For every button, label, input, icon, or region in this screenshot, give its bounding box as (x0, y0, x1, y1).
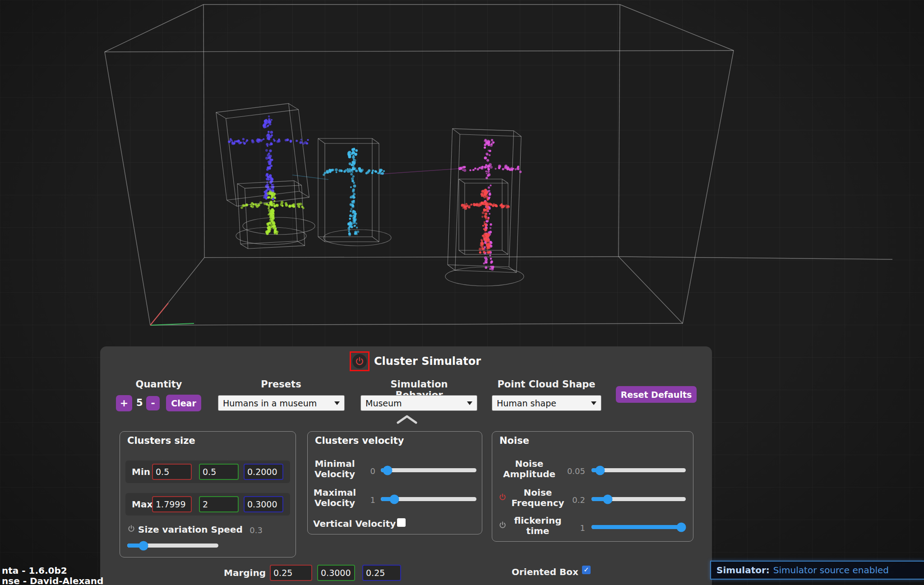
clusters-velocity-title: Clusters velocity (315, 435, 404, 446)
max-x-input[interactable] (152, 496, 192, 512)
size-variation-slider[interactable] (127, 544, 218, 548)
simulator-power-button[interactable] (352, 354, 367, 369)
noise-amplitude-label: Noise Amplitude (499, 459, 559, 479)
quantity-increase-button[interactable]: + (116, 395, 132, 411)
quantity-value: 5 (136, 397, 143, 408)
maximal-velocity-value: 1 (358, 495, 375, 505)
minimal-velocity-value: 0 (358, 466, 375, 476)
power-icon (127, 525, 135, 533)
panel-title: Cluster Simulator (374, 355, 481, 368)
flickering-time-power-button[interactable] (499, 521, 507, 529)
panel-header: Cluster Simulator (350, 351, 481, 371)
min-x-input[interactable] (152, 464, 192, 480)
behavior-select[interactable]: Museum (360, 395, 477, 411)
min-label: Min (132, 461, 150, 483)
maximal-velocity-label: Maximal Velocity (311, 488, 358, 508)
figure-blue (216, 102, 315, 235)
noise-frequency-slider[interactable] (591, 497, 686, 501)
noise-frequency-value: 0.2 (560, 495, 585, 505)
size-variation-power-button[interactable] (127, 525, 135, 533)
flickering-time-value: 1 (560, 523, 585, 533)
clear-button[interactable]: Clear (166, 395, 201, 411)
annotation-highlight (350, 351, 370, 371)
vertical-velocity-label: Vertical Velocity (313, 518, 396, 529)
slider-thumb[interactable] (389, 494, 399, 504)
slider-thumb[interactable] (595, 465, 605, 475)
marging-x-input[interactable] (270, 565, 312, 581)
noise-frequency-power-button[interactable] (499, 493, 507, 501)
behavior-selected-value: Museum (365, 398, 402, 408)
slider-fill (591, 525, 681, 529)
shape-select[interactable]: Human shape (492, 395, 601, 411)
presets-select[interactable]: Humans in a museum (218, 395, 345, 411)
maximal-velocity-slider[interactable] (381, 497, 476, 501)
size-variation-label: Size variation Speed (138, 524, 243, 535)
oriented-box-checkbox[interactable] (582, 566, 591, 574)
collapse-panel-chevron-icon[interactable] (396, 414, 418, 425)
oriented-box-label: Oriented Box (512, 567, 578, 577)
app-version-text: nta - 1.6.0b2 nse - David-Alexand (2, 566, 103, 585)
status-bar: Simulator: Simulator source enabled (710, 561, 924, 580)
max-z-input[interactable] (244, 496, 283, 512)
noise-title: Noise (499, 435, 529, 446)
minimal-velocity-slider[interactable] (381, 468, 476, 472)
figure-magenta (445, 129, 524, 286)
power-icon (499, 493, 507, 501)
slider-thumb[interactable] (603, 494, 612, 504)
chevron-down-icon (467, 401, 472, 405)
shape-column-label: Point Cloud Shape (497, 379, 596, 390)
min-z-input[interactable] (244, 464, 283, 480)
power-icon (355, 356, 365, 366)
noise-amplitude-slider[interactable] (591, 468, 686, 472)
reset-defaults-button[interactable]: Reset Defaults (616, 386, 697, 403)
shape-selected-value: Human shape (497, 398, 556, 408)
min-y-input[interactable] (199, 464, 239, 480)
max-row: Max (125, 493, 290, 516)
clusters-velocity-group: Clusters velocity Minimal Velocity 0 Max… (307, 431, 482, 534)
noise-amplitude-value: 0.05 (560, 466, 585, 476)
clusters-size-group: Clusters size Min Max Size variation Spe… (120, 431, 296, 557)
flickering-time-slider[interactable] (591, 525, 686, 529)
chevron-down-icon (591, 401, 596, 405)
flickering-time-label: flickering time (510, 516, 565, 536)
status-message: Simulator source enabled (773, 565, 889, 576)
presets-column-label: Presets (249, 379, 313, 390)
minimal-velocity-label: Minimal Velocity (311, 459, 358, 479)
version-line-2: nse - David-Alexand (2, 576, 103, 585)
noise-group: Noise Noise Amplitude 0.05 Noise Frequen… (492, 431, 693, 542)
marging-y-input[interactable] (317, 565, 355, 581)
presets-selected-value: Humans in a museum (223, 398, 317, 408)
chevron-down-icon (334, 401, 340, 405)
version-line-1: nta - 1.6.0b2 (2, 566, 103, 576)
slider-thumb[interactable] (139, 541, 148, 550)
noise-frequency-label: Noise Frequency (510, 488, 565, 508)
marging-label: Marging (224, 567, 266, 578)
cluster-simulator-panel: Cluster Simulator Quantity Presets Simul… (100, 346, 712, 585)
vertical-velocity-checkbox[interactable] (397, 518, 406, 527)
clusters-size-title: Clusters size (127, 435, 195, 446)
quantity-decrease-button[interactable]: - (146, 396, 160, 410)
max-label: Max (132, 493, 152, 516)
quantity-column-label: Quantity (127, 379, 190, 390)
slider-thumb[interactable] (676, 522, 686, 532)
slider-thumb[interactable] (383, 465, 392, 475)
power-icon (499, 521, 507, 529)
max-y-input[interactable] (199, 496, 239, 512)
min-row: Min (125, 461, 290, 483)
figure-cyan (318, 138, 391, 246)
marging-z-input[interactable] (362, 565, 401, 581)
size-variation-value: 0.3 (243, 525, 263, 535)
status-prefix: Simulator: (716, 565, 770, 576)
